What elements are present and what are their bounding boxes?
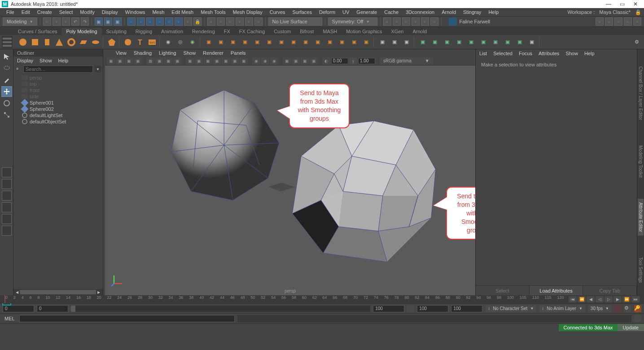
bool-8-icon[interactable]: ▣ — [502, 37, 513, 48]
vp-textured-icon[interactable]: ▣ — [204, 57, 212, 65]
attr-menu-help[interactable]: Help — [584, 51, 595, 56]
symmetry-combo[interactable]: Symmetry: Off▼ — [328, 18, 377, 26]
lasso-icon[interactable]: ▣ — [104, 18, 112, 26]
vp-menu-view[interactable]: View — [116, 50, 127, 56]
menu-curves[interactable]: Curves — [266, 9, 289, 15]
menu-surfaces[interactable]: Surfaces — [289, 9, 315, 15]
vp-gamma-input[interactable]: 1.00 — [358, 58, 375, 64]
paint-select-icon[interactable]: ▣ — [114, 18, 122, 26]
poly-cylinder-icon[interactable] — [42, 37, 53, 48]
menu-windows[interactable]: Windows — [122, 9, 149, 15]
panel-toggle-2-icon[interactable]: ▫ — [605, 18, 613, 26]
snap-point-icon[interactable]: ▫ — [226, 18, 234, 26]
cmd-lang-label[interactable]: MEL — [3, 316, 17, 321]
layout-custom-icon[interactable] — [2, 214, 12, 224]
bool-10-icon[interactable]: ▣ — [526, 37, 537, 48]
script-editor-icon[interactable] — [634, 315, 641, 322]
bool-5-icon[interactable]: ▣ — [466, 37, 477, 48]
redo-icon[interactable]: ↷ — [81, 18, 89, 26]
extrude-icon[interactable]: ▣ — [203, 37, 214, 48]
shelf-tab-motiongraphics[interactable]: Motion Graphics — [342, 28, 386, 35]
menuset-combo[interactable]: Modeling▼ — [3, 18, 37, 26]
shelf-tab-custom[interactable]: Custom — [269, 28, 295, 35]
fwd-end-icon[interactable]: ⏭ — [631, 296, 640, 302]
poly-sphere-icon[interactable] — [18, 37, 28, 48]
sel-lock-icon[interactable]: 🔒 — [193, 18, 202, 26]
lock-icon[interactable]: 🔒 — [635, 9, 641, 15]
multicut-icon[interactable]: ▣ — [240, 37, 250, 48]
vp-shaded-icon[interactable]: ▣ — [195, 57, 203, 65]
outliner-hscroll[interactable]: ◀▶ — [13, 289, 103, 295]
viewport-3d[interactable]: Send to Maya from 3ds Max with Smoothing… — [105, 66, 475, 295]
outliner-node-defaultlightset[interactable]: defaultLightSet — [15, 112, 101, 118]
shelf-tab-rigging[interactable]: Rigging — [131, 28, 157, 35]
panel-toggle-5-icon[interactable]: ▫ — [633, 18, 641, 26]
vp-menu-panels[interactable]: Panels — [231, 50, 246, 56]
vp-menu-show[interactable]: Show — [184, 50, 196, 56]
vp-exposure-input[interactable]: 0.00 — [331, 58, 348, 64]
vp-isolate-icon[interactable]: ▣ — [231, 57, 239, 65]
vp-aa-icon[interactable]: ▣ — [301, 57, 309, 65]
menu-stingray[interactable]: Stingray — [460, 9, 485, 15]
vp-lights-icon[interactable]: ▣ — [213, 57, 221, 65]
vp-resolution-icon[interactable]: ▣ — [173, 57, 181, 65]
outliner-node-side[interactable]: side — [15, 93, 101, 100]
attr-select-button[interactable]: Select — [476, 286, 530, 295]
snap-plane-icon[interactable]: ▫ — [236, 18, 244, 26]
bool-7-icon[interactable]: ▣ — [490, 37, 501, 48]
sel-multi-icon[interactable]: ▫ — [175, 18, 183, 26]
play-icon[interactable]: ▫ — [430, 18, 438, 26]
save-scene-icon[interactable]: ▫ — [62, 18, 70, 26]
rotate-tool-icon[interactable] — [1, 98, 12, 109]
attr-menu-selected[interactable]: Selected — [493, 51, 513, 56]
select-mode-icon[interactable]: ▣ — [95, 18, 103, 26]
render-seq-icon[interactable]: ▫ — [402, 18, 410, 26]
vtab-tool-settings[interactable]: Tool Settings — [638, 254, 644, 286]
outliner-node-front[interactable]: front — [15, 87, 101, 93]
outliner-menu-help[interactable]: Help — [58, 58, 69, 63]
sculpt-icon[interactable]: ▣ — [312, 37, 323, 48]
vtab-channelbox[interactable]: Channel Box / Layer Editor — [638, 63, 644, 124]
outliner-node-defaultobjectset[interactable]: defaultObjectSet — [15, 118, 101, 125]
move-tool-icon[interactable] — [1, 86, 12, 97]
step-fwd-icon[interactable]: ▶ — [613, 296, 622, 302]
fps-combo[interactable]: 30 fps▼ — [588, 305, 612, 312]
layout-three-icon[interactable] — [2, 202, 12, 212]
range-inend2-input[interactable]: 100 — [417, 305, 448, 312]
vp-exposure-icon[interactable]: ◐ — [322, 57, 330, 65]
range-slider[interactable] — [71, 306, 370, 312]
bool-inter-icon[interactable]: ▣ — [442, 37, 452, 48]
quaddraw-icon[interactable]: ▣ — [324, 37, 335, 48]
close-button[interactable]: ✕ — [629, 1, 642, 7]
menu-select[interactable]: Select — [56, 9, 77, 15]
range-lock-icon[interactable] — [407, 305, 414, 312]
paint-tool-icon[interactable] — [1, 74, 12, 85]
ipr-icon[interactable]: ▫ — [393, 18, 401, 26]
animlayer-combo[interactable]: ↕No Anim Layer▼ — [539, 305, 585, 312]
menu-edit[interactable]: Edit — [18, 9, 34, 15]
time-slider[interactable]: 0246810121416182022242628303234363840424… — [0, 295, 644, 303]
menu-file[interactable]: File — [3, 9, 18, 15]
insertloop-icon[interactable]: ▣ — [252, 37, 263, 48]
bool-diff-icon[interactable]: ▣ — [429, 37, 440, 48]
poly-plane-icon[interactable] — [78, 37, 89, 48]
poly-cone-icon[interactable] — [54, 37, 65, 48]
vtab-attribute-editor[interactable]: Attribute Editor — [638, 199, 644, 236]
vp-xray-icon[interactable]: ▣ — [240, 57, 248, 65]
vp-film-icon[interactable]: ▣ — [155, 57, 163, 65]
combine-icon[interactable]: ◉ — [163, 37, 174, 48]
shelf-tab-fxcaching[interactable]: FX Caching — [235, 28, 269, 35]
vp-light-2-icon[interactable]: ◉ — [261, 57, 269, 65]
bevel-icon[interactable]: ▣ — [228, 37, 238, 48]
vp-shadows-icon[interactable]: ▣ — [222, 57, 230, 65]
shelf-tab-animation[interactable]: Animation — [157, 28, 188, 35]
outliner-node-sphere002[interactable]: Sphere002 — [15, 106, 101, 112]
vp-light-1-icon[interactable]: ◉ — [252, 57, 260, 65]
play-fwd-icon[interactable]: ▷ — [605, 296, 613, 302]
menu-arnold[interactable]: Arnold — [438, 9, 460, 15]
layout-four-icon[interactable] — [2, 179, 12, 189]
panel-toggle-3-icon[interactable]: ▫ — [614, 18, 622, 26]
search-dropdown-icon[interactable]: ▼ — [95, 66, 101, 72]
outliner-search-input[interactable] — [23, 66, 93, 73]
render-icon[interactable]: ▫ — [383, 18, 391, 26]
